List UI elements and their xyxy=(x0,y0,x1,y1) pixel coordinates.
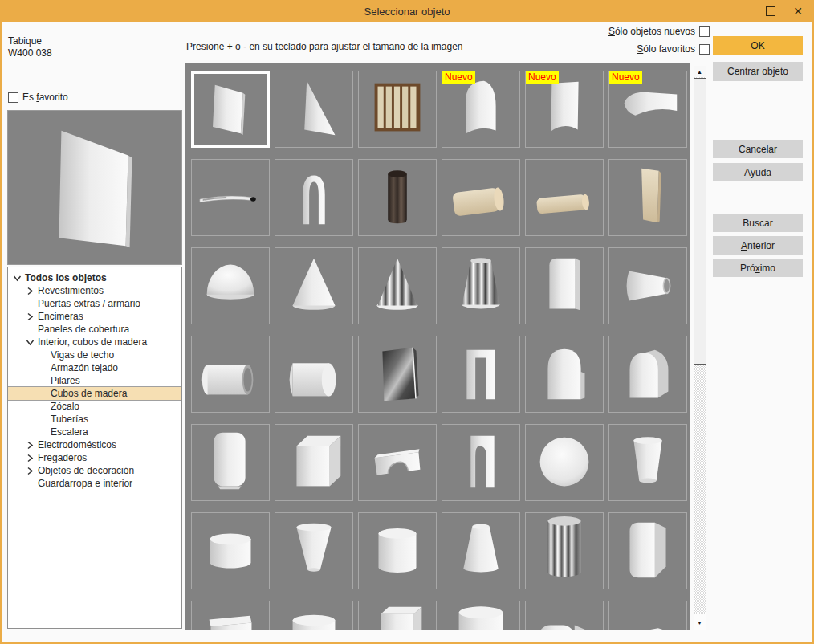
object-thumb-panel-arched[interactable]: Nuevo xyxy=(442,71,520,148)
object-thumb-branch[interactable] xyxy=(191,159,270,236)
object-thumb-block-tall[interactable] xyxy=(358,601,437,630)
object-thumb-box-low[interactable] xyxy=(191,601,270,630)
is-favorite-checkbox[interactable]: Es favorito xyxy=(8,92,68,103)
tree-item-label: Electrodomésticos xyxy=(38,439,116,450)
object-thumb-log-horizontal-thin[interactable] xyxy=(525,159,604,236)
tree-item-escalera[interactable]: Escalera xyxy=(8,426,181,438)
object-thumb-sheet-curved-vertical[interactable]: Nuevo xyxy=(525,71,604,148)
object-thumb-cube-chrome[interactable] xyxy=(358,336,437,413)
tree-item-encimeras[interactable]: Encimeras xyxy=(8,310,181,323)
checkbox-box-icon[interactable] xyxy=(699,26,710,37)
object-thumb-log-horizontal[interactable] xyxy=(442,159,520,236)
tree-item-label: Vigas de techo xyxy=(51,349,114,361)
object-thumb-frustum-chrome[interactable] xyxy=(442,247,520,324)
tree-indent-spacer xyxy=(26,299,38,308)
ok-button[interactable]: OK xyxy=(713,36,803,55)
object-thumb-block-rounded-3d[interactable] xyxy=(608,512,687,589)
scrollbar-thumb[interactable] xyxy=(694,78,706,365)
filter-favorites-label: Sólo favoritos xyxy=(637,43,695,55)
scroll-down-icon[interactable]: ▼ xyxy=(694,614,706,630)
chevron-right-icon[interactable] xyxy=(26,286,38,296)
filter-favorites-checkbox[interactable]: Sólo favoritos xyxy=(637,43,710,55)
sphere-icon xyxy=(526,425,603,500)
object-thumb-arch-block-3d[interactable] xyxy=(608,336,687,413)
object-thumb-block-rounded-top[interactable] xyxy=(525,247,604,324)
next-button[interactable]: Próximo xyxy=(713,259,803,277)
tree-item-todos-los-objetos[interactable]: Todos los objetos xyxy=(8,271,181,284)
object-thumb-wood-screen[interactable] xyxy=(358,71,437,148)
help-button[interactable]: Ayuda xyxy=(713,163,803,181)
object-thumb-dome[interactable] xyxy=(191,247,270,324)
tree-item-paneles-de-cobertura[interactable]: Paneles de cobertura xyxy=(8,323,181,336)
object-thumb-cylinder-large[interactable] xyxy=(442,601,520,630)
object-thumb-cone[interactable] xyxy=(275,247,353,324)
object-thumb-panel-triangle[interactable] xyxy=(275,71,353,148)
tree-item-zócalo[interactable]: Zócalo xyxy=(8,400,181,413)
object-thumb-arch-u[interactable] xyxy=(275,159,353,236)
close-icon[interactable]: ✕ xyxy=(793,4,803,18)
object-thumb-plank[interactable] xyxy=(608,159,687,236)
object-thumb-funnel-horizontal[interactable] xyxy=(608,247,687,324)
object-thumb-cylinder-horizontal[interactable] xyxy=(275,336,353,413)
checkbox-box-icon[interactable] xyxy=(699,44,710,55)
cylinder-wide-icon xyxy=(275,601,352,630)
object-thumb-cone-truncated[interactable] xyxy=(442,512,520,589)
tree-item-cubos-de-madera[interactable]: Cubos de madera xyxy=(8,387,181,400)
tree-item-pilares[interactable]: Pilares xyxy=(8,374,181,387)
chevron-right-icon[interactable] xyxy=(26,453,38,463)
object-thumb-cube[interactable] xyxy=(275,424,353,501)
grid-scrollbar[interactable]: ▲ ▼ xyxy=(694,66,706,630)
tree-item-fregaderos[interactable]: Fregaderos xyxy=(8,451,181,464)
tree-item-armazón-tejado[interactable]: Armazón tejado xyxy=(8,361,181,374)
tree-item-tuberías[interactable]: Tuberías xyxy=(8,413,181,426)
scroll-up-icon[interactable]: ▲ xyxy=(694,66,706,77)
new-badge: Nuevo xyxy=(609,71,642,84)
object-thumb-log-bark[interactable] xyxy=(358,159,437,236)
tree-item-electrodomésticos[interactable]: Electrodomésticos xyxy=(8,438,181,451)
previous-button[interactable]: Anterior xyxy=(713,236,803,255)
object-thumb-arch-doorway[interactable] xyxy=(442,424,520,501)
object-thumb-cylinder-chrome[interactable] xyxy=(525,512,604,589)
filter-new-objects-checkbox[interactable]: Sólo objetos nuevos xyxy=(608,26,710,37)
cup-tapered-icon xyxy=(609,425,686,500)
object-thumb-bar-rounded[interactable] xyxy=(525,601,604,630)
tree-item-guardarropa-e-interior[interactable]: Guardarropa e interior xyxy=(8,477,181,490)
search-button[interactable]: Buscar xyxy=(713,214,803,232)
cylinder-icon xyxy=(359,513,436,589)
chevron-down-icon[interactable] xyxy=(13,273,25,283)
chevron-right-icon[interactable] xyxy=(26,440,38,450)
object-thumb-arch-block[interactable] xyxy=(525,336,604,413)
tree-item-vigas-de-techo[interactable]: Vigas de techo xyxy=(8,348,181,361)
object-thumb-sheet-curved-horizontal[interactable]: Nuevo xyxy=(608,71,687,148)
cone-inverted-icon xyxy=(275,513,352,589)
chevron-right-icon[interactable] xyxy=(26,312,38,321)
tree-item-revestimientos[interactable]: Revestimientos xyxy=(8,284,181,297)
tree-item-objetos-de-decoración[interactable]: Objetos de decoración xyxy=(8,464,181,477)
checkbox-box-icon[interactable] xyxy=(8,92,18,103)
block-rounded-top-icon xyxy=(526,248,603,324)
center-object-button[interactable]: Centrar objeto xyxy=(713,62,803,81)
object-thumb-cylinder-squat[interactable] xyxy=(191,512,270,589)
object-thumb-slab-rounded[interactable] xyxy=(191,424,270,501)
cancel-button[interactable]: Cancelar xyxy=(713,140,803,158)
object-thumb-panel[interactable] xyxy=(191,71,270,148)
object-thumb-cylinder[interactable] xyxy=(358,512,437,589)
object-thumb-cylinder-wide[interactable] xyxy=(275,601,353,630)
tree-item-interior-cubos-de-madera[interactable]: Interior, cubos de madera xyxy=(8,336,181,348)
object-thumb-sphere[interactable] xyxy=(525,424,604,501)
object-thumb-cone-chrome[interactable] xyxy=(358,247,437,324)
plank-icon xyxy=(609,160,686,235)
tree-item-puertas-extras-armario[interactable]: Puertas extras / armario xyxy=(8,297,181,310)
box-low-icon xyxy=(192,601,269,630)
object-thumb-slab-flat[interactable] xyxy=(608,601,687,630)
maximize-icon[interactable] xyxy=(766,6,775,16)
object-thumb-cone-inverted[interactable] xyxy=(275,512,353,589)
object-thumb-door-frame[interactable] xyxy=(442,336,520,413)
chevron-down-icon[interactable] xyxy=(26,337,38,347)
tree-item-label: Armazón tejado xyxy=(51,362,118,373)
object-thumb-bridge-arch[interactable] xyxy=(358,424,437,501)
tree-indent-spacer xyxy=(39,376,51,385)
object-thumb-cup-tapered[interactable] xyxy=(608,424,687,501)
chevron-right-icon[interactable] xyxy=(26,466,38,475)
object-thumb-tube-open[interactable] xyxy=(191,336,270,413)
